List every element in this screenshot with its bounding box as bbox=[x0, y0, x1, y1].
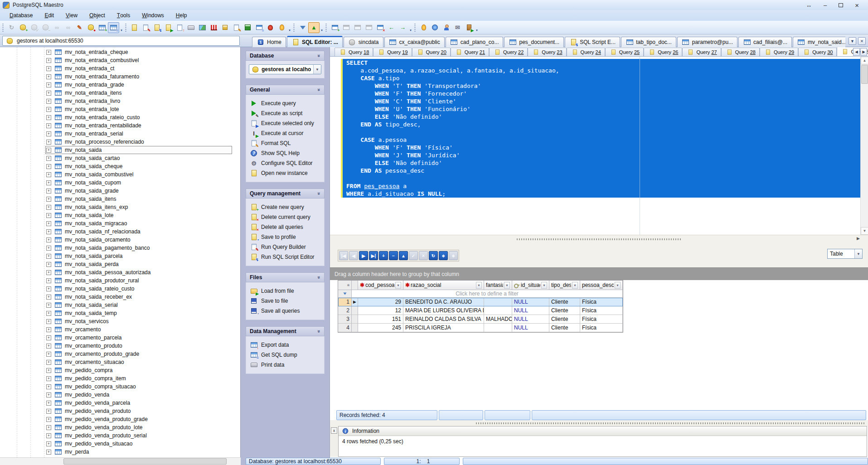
cell-tipo_desc[interactable]: Cliente bbox=[549, 315, 580, 324]
commit-record-button[interactable]: ∗ bbox=[439, 251, 448, 260]
expand-icon[interactable]: + bbox=[46, 131, 51, 136]
edit-record-button[interactable]: ▲ bbox=[399, 251, 408, 260]
export-results-button[interactable]: ↑ bbox=[174, 22, 185, 33]
expand-icon[interactable]: + bbox=[46, 221, 51, 226]
report-designer-button[interactable]: ✎ bbox=[231, 22, 242, 33]
expand-icon[interactable]: + bbox=[46, 409, 51, 414]
tree-item-mv_nota_saida_receber_ex[interactable]: +mv_nota_saida_receber_ex bbox=[0, 293, 240, 301]
chevron-down-icon[interactable]: ▼ bbox=[313, 65, 321, 74]
action-create-new-query[interactable]: +Create new query bbox=[249, 202, 321, 212]
collapse-icon[interactable]: » bbox=[316, 88, 322, 91]
menu-windows[interactable]: Windows bbox=[136, 10, 170, 21]
disconnect-button[interactable]: ∞ bbox=[63, 22, 74, 33]
action-execute-as-script[interactable]: ✎Execute as script bbox=[249, 108, 321, 118]
tree-item-mv_pedido_venda_produto_lote[interactable]: +mv_pedido_venda_produto_lote bbox=[0, 423, 240, 431]
sql-brush-button[interactable]: ✎ bbox=[74, 22, 85, 33]
action-show-sql-help[interactable]: ?Show SQL Help bbox=[249, 148, 321, 158]
tree-item-mv_pedido_venda[interactable]: +mv_pedido_venda bbox=[0, 391, 240, 399]
tab-home[interactable]: 1Home bbox=[252, 37, 286, 47]
action-delete-all-queries[interactable]: ×Delete all queries bbox=[249, 222, 321, 232]
scroll-down-icon[interactable]: ▼ bbox=[861, 227, 868, 235]
first-record-button[interactable]: |◀ bbox=[339, 251, 348, 260]
tree-item-mv_nota_saida[interactable]: +mv_nota_saida bbox=[0, 146, 240, 154]
tab-sql-script-e-[interactable]: ↯SQL Script E... bbox=[565, 37, 620, 47]
action-run-query-builder[interactable]: ✎Run Query Builder bbox=[249, 242, 321, 252]
delete-profile-button[interactable]: − bbox=[40, 22, 51, 33]
tree-item-mv_nota_entrada_rentabilidade[interactable]: +mv_nota_entrada_rentabilidade bbox=[0, 121, 240, 130]
query-tab-query-19[interactable]: Query 19 bbox=[373, 48, 412, 56]
tree-item-mv_pedido_compra[interactable]: +mv_pedido_compra bbox=[0, 366, 240, 374]
last-record-button[interactable]: ▶| bbox=[369, 251, 378, 260]
security-manager-button[interactable]: ● bbox=[85, 22, 97, 33]
tab-list-dropdown-icon[interactable]: ▼ bbox=[849, 37, 856, 45]
expand-icon[interactable]: + bbox=[46, 74, 51, 79]
tree-item-mv_nota_saida_produtor_rural[interactable]: +mv_nota_saida_produtor_rural bbox=[0, 276, 240, 285]
view-mode-select[interactable]: Table ▼ bbox=[827, 249, 863, 259]
print-button[interactable] bbox=[185, 22, 197, 33]
tree-item-mv_nota_entrada_faturamento[interactable]: +mv_nota_entrada_faturamento bbox=[0, 73, 240, 81]
cell-cod_pessoa[interactable]: 151 bbox=[358, 315, 403, 324]
expand-icon[interactable]: + bbox=[46, 140, 51, 145]
filter-dropdown-icon[interactable]: ▼ bbox=[541, 282, 547, 289]
calculator-button[interactable] bbox=[242, 22, 253, 33]
cell-tipo_desc[interactable]: Cliente bbox=[549, 298, 580, 306]
tree-item-mv_nota_servicos[interactable]: +mv_nota_servicos bbox=[0, 317, 240, 325]
tree-item-mv_nota_saida_nf_relacionada[interactable]: +mv_nota_saida_nf_relacionada bbox=[0, 228, 240, 236]
query-tab-query-29[interactable]: Query 29 bbox=[760, 48, 798, 56]
expand-icon[interactable]: + bbox=[46, 115, 51, 120]
cell-id_situacao[interactable]: NULL bbox=[512, 306, 549, 315]
cell-cod_pessoa[interactable]: 245 bbox=[358, 324, 403, 332]
expand-icon[interactable]: + bbox=[46, 352, 51, 357]
query-tab-query-24[interactable]: Query 24 bbox=[567, 48, 605, 56]
query-tab-query-21[interactable]: Query 21 bbox=[451, 48, 489, 56]
expand-icon[interactable]: + bbox=[46, 278, 51, 283]
tree-item-mv_nota_entrada_combustivel[interactable]: +mv_nota_entrada_combustivel bbox=[0, 56, 240, 64]
tree-item-mv_nota_saida_cheque[interactable]: +mv_nota_saida_cheque bbox=[0, 162, 240, 170]
expand-icon[interactable]: + bbox=[46, 82, 51, 87]
cell-fantasia[interactable] bbox=[484, 324, 512, 332]
scroll-left-icon[interactable]: ◀ bbox=[853, 48, 860, 56]
cell-fantasia[interactable]: MALHADO bbox=[484, 315, 512, 324]
session-manager-button[interactable] bbox=[276, 22, 287, 33]
cell-razao_social[interactable]: BENEDITO DA C. ARAUJO bbox=[403, 298, 484, 306]
tree-item-mv_nota_processo_referenciado[interactable]: +mv_nota_processo_referenciado bbox=[0, 138, 240, 146]
result-grid[interactable]: ≡✱cod_pessoa▼✱razao_social▼fantasia▼id_s… bbox=[338, 280, 623, 333]
expand-icon[interactable]: + bbox=[46, 417, 51, 422]
action-print-data[interactable]: Print data bbox=[249, 360, 321, 370]
object-browser-button[interactable]: ≡ bbox=[108, 22, 119, 33]
query-tab-query-25[interactable]: Query 25 bbox=[605, 48, 644, 56]
navigate-forward-button[interactable]: → bbox=[397, 22, 408, 33]
tip-of-day-button[interactable] bbox=[418, 22, 429, 33]
tree-item-mv_pedido_compra_item[interactable]: +mv_pedido_compra_item bbox=[0, 374, 240, 383]
tree-item-mv_nota_saida_pagamento_banco[interactable]: +mv_nota_saida_pagamento_banco bbox=[0, 244, 240, 252]
tree-item-mv_orcamento[interactable]: +mv_orcamento bbox=[0, 325, 240, 334]
tree-item-mv_pedido_venda_produto_serial[interactable]: +mv_pedido_venda_produto_serial bbox=[0, 431, 240, 440]
cell-razao_social[interactable]: MARIA DE LURDES OLIVEIRA DIAS bbox=[403, 306, 484, 315]
maximize-icon[interactable] bbox=[839, 3, 843, 7]
expand-icon[interactable]: + bbox=[46, 164, 51, 169]
action-execute-query[interactable]: Execute query bbox=[249, 98, 321, 108]
menu-database[interactable]: Database bbox=[4, 10, 39, 21]
tree-horizontal-scrollbar[interactable] bbox=[0, 457, 241, 465]
tree-item-mv_nota_saida_perda[interactable]: +mv_nota_saida_perda bbox=[0, 260, 240, 268]
expand-icon[interactable]: + bbox=[46, 450, 51, 455]
tree-item-mv_nota_entrada_grade[interactable]: +mv_nota_entrada_grade bbox=[0, 81, 240, 89]
expand-icon[interactable]: + bbox=[46, 180, 51, 185]
refresh-record-button[interactable]: ↻ bbox=[429, 251, 438, 260]
cell-fantasia[interactable] bbox=[484, 298, 512, 306]
action-save-all-queries[interactable]: ▪Save all queries bbox=[249, 306, 321, 316]
tab-pes-document-[interactable]: pes_document... bbox=[504, 37, 564, 47]
menu-object[interactable]: Object bbox=[83, 10, 111, 21]
expand-icon[interactable]: + bbox=[46, 156, 51, 161]
cell-razao_social[interactable]: PRISCILA IGREJA bbox=[403, 324, 484, 332]
cell-razao_social[interactable]: REINALDO CALDAS DA SILVA bbox=[403, 315, 484, 324]
tree-item-mv_nota_entrada_cheque[interactable]: +mv_nota_entrada_cheque bbox=[0, 48, 240, 56]
expand-icon[interactable]: + bbox=[46, 197, 51, 202]
tree-item-mv_perda[interactable]: +mv_perda bbox=[0, 448, 240, 456]
action-open-new-instance[interactable]: Open new instance bbox=[249, 168, 321, 178]
action-export-data[interactable]: ↓Export data bbox=[249, 340, 321, 350]
expand-icon[interactable]: + bbox=[46, 319, 51, 324]
collapse-icon[interactable]: » bbox=[316, 192, 322, 195]
expand-icon[interactable]: + bbox=[46, 237, 51, 242]
image-viewer-button[interactable] bbox=[197, 22, 208, 33]
